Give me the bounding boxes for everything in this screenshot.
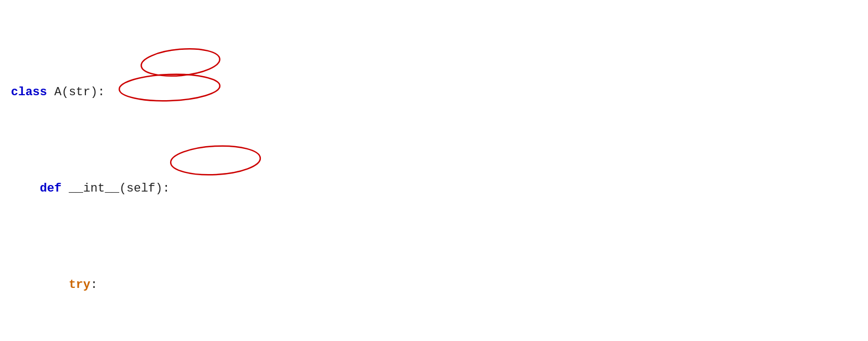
- code-editor: class A(str): def __int__(self): try: re…: [11, 5, 857, 341]
- keyword-class: class: [11, 85, 54, 99]
- annotation-circle-int-self: [140, 46, 221, 79]
- code-line-3: try:: [11, 275, 857, 294]
- method-name: __int__: [69, 182, 119, 195]
- code-line-2: def __int__(self):: [11, 179, 857, 198]
- base-class: str: [69, 85, 91, 99]
- annotation-circle-in-self: [170, 144, 261, 177]
- keyword-def: def: [40, 182, 69, 195]
- code-line-1: class A(str):: [11, 83, 857, 102]
- keyword-try: try: [69, 278, 91, 292]
- class-name: A(: [54, 85, 68, 99]
